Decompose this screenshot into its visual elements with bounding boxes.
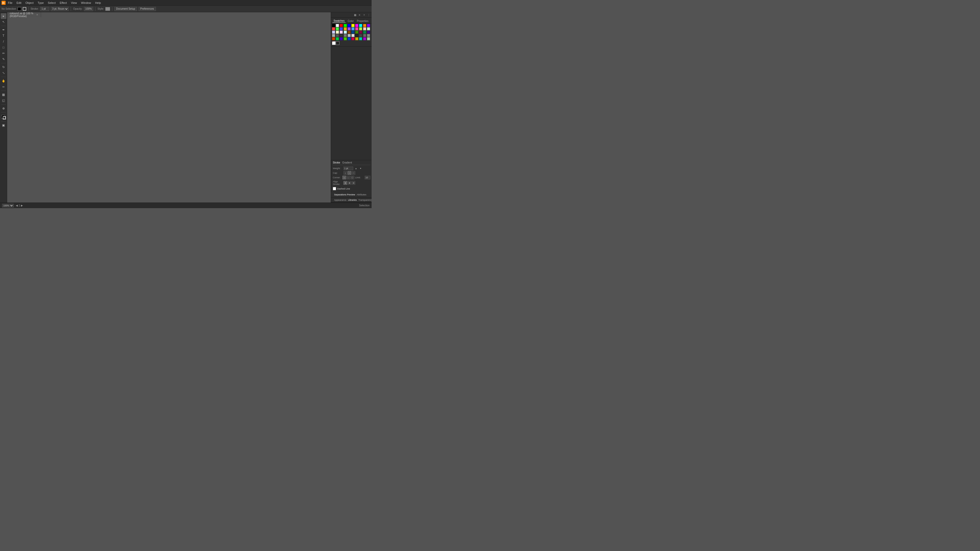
fill-swatch[interactable] <box>18 7 21 11</box>
swatch-color-31[interactable] <box>336 34 339 37</box>
menu-file[interactable]: File <box>6 1 14 5</box>
limit-input[interactable] <box>365 176 370 179</box>
swatch-color-14[interactable] <box>348 27 351 30</box>
pen-tool-button[interactable]: ✒ <box>1 27 6 33</box>
stroke-swatch[interactable] <box>23 7 26 11</box>
menu-select[interactable]: Select <box>46 1 57 5</box>
type-tool-button[interactable]: T <box>1 33 6 38</box>
scale-tool-button[interactable]: ⤡ <box>1 70 6 76</box>
cap-round-button[interactable]: ○ <box>348 171 351 175</box>
swatch-color-32[interactable] <box>340 34 343 37</box>
blend-tool-button[interactable]: ∞ <box>1 84 6 89</box>
swatch-color-42[interactable] <box>340 37 343 40</box>
swatch-color-11[interactable] <box>336 27 339 30</box>
weight-up-arrow[interactable]: ▲ <box>354 167 358 170</box>
swatch-color-15[interactable] <box>352 27 355 30</box>
gradient-tool-button[interactable]: ◱ <box>1 98 6 103</box>
zoom-tool-button[interactable]: ⊕ <box>1 106 6 111</box>
swatch-color-44[interactable] <box>348 37 351 40</box>
menu-edit[interactable]: Edit <box>15 1 23 5</box>
gradient-tab[interactable]: Gradient <box>342 161 352 164</box>
swatch-color-25[interactable] <box>352 30 355 34</box>
swatch-color-36[interactable] <box>355 34 358 37</box>
menu-window[interactable]: Window <box>80 1 93 5</box>
libraries-tab[interactable]: Libraries <box>348 199 357 201</box>
swatch-color-24[interactable] <box>348 30 351 34</box>
swatch-color-37[interactable] <box>359 34 362 37</box>
swatch-color-0[interactable] <box>332 24 335 27</box>
swatch-color-2[interactable] <box>340 24 343 27</box>
zoom-select[interactable]: 100% 50% 200% <box>2 204 14 207</box>
stroke-tab[interactable]: Stroke <box>333 161 340 164</box>
swatch-color-19[interactable] <box>367 27 370 30</box>
swatch-color-22[interactable] <box>340 30 343 34</box>
swatch-color-39[interactable] <box>367 34 370 37</box>
paintbrush-tool-button[interactable]: ✏ <box>1 51 6 56</box>
swatch-color-1[interactable] <box>336 24 339 27</box>
dashed-line-checkbox[interactable] <box>333 187 336 190</box>
swatch-color-33[interactable] <box>344 34 347 37</box>
panel-add-icon[interactable]: + <box>363 13 366 17</box>
tab-swatches[interactable]: Swatches <box>332 19 345 23</box>
swatch-color-49[interactable] <box>367 37 370 40</box>
stroke-style-select[interactable]: 3 pt. Round <box>51 7 68 11</box>
line-tool-button[interactable]: / <box>1 39 6 44</box>
panel-grid-icon[interactable]: ▦ <box>353 13 357 17</box>
swatch-color-30[interactable] <box>332 34 335 37</box>
swatch-color-7[interactable] <box>359 24 362 27</box>
corner-bevel-button[interactable]: ⬡ <box>351 176 354 179</box>
swatch-color-3[interactable] <box>344 24 347 27</box>
appearance-tab[interactable]: Appearance <box>334 199 347 201</box>
swatch-color-9[interactable] <box>367 24 370 27</box>
swatch-color-17[interactable] <box>359 27 362 30</box>
weight-down-arrow[interactable]: ▼ <box>359 167 363 170</box>
direct-select-tool-button[interactable]: ↖ <box>1 19 6 25</box>
registration-swatch[interactable] <box>336 41 339 45</box>
transparency-tab[interactable]: Transparency <box>358 199 372 201</box>
swatch-color-48[interactable] <box>363 37 366 40</box>
tab-color[interactable]: Color <box>347 19 355 23</box>
swatch-color-16[interactable] <box>355 27 358 30</box>
eyedropper-tool-button[interactable]: 🖕 <box>1 78 6 84</box>
swatch-color-27[interactable] <box>359 30 362 34</box>
menu-view[interactable]: View <box>69 1 79 5</box>
graph-tool-button[interactable]: ▦ <box>1 92 6 97</box>
rotate-tool-button[interactable]: ↻ <box>1 64 6 70</box>
swatch-color-45[interactable] <box>352 37 355 40</box>
next-page-button[interactable]: ▶ <box>21 204 23 207</box>
swatch-color-26[interactable] <box>355 30 358 34</box>
corner-miter-button[interactable]: ◇ <box>342 176 346 179</box>
swatch-color-47[interactable] <box>359 37 362 40</box>
swatch-color-8[interactable] <box>363 24 366 27</box>
swatch-color-43[interactable] <box>344 37 347 40</box>
select-tool-button[interactable]: ▸ <box>1 13 6 19</box>
swatch-color-28[interactable] <box>363 30 366 34</box>
swatch-color-18[interactable] <box>363 27 366 30</box>
swatch-color-29[interactable] <box>367 30 370 34</box>
opacity-input[interactable] <box>84 7 93 11</box>
menu-effect[interactable]: Effect <box>58 1 68 5</box>
tab-close-button[interactable]: ✕ <box>36 14 38 16</box>
document-tab[interactable]: colours1.ai @ 100 % (RGB/Preview) ✕ <box>7 12 41 17</box>
stroke-indicator[interactable] <box>3 116 6 119</box>
swatch-color-41[interactable] <box>336 37 339 40</box>
swatch-color-13[interactable] <box>344 27 347 30</box>
swatch-color-40[interactable] <box>332 37 335 40</box>
cap-square-button[interactable]: □ <box>352 171 355 175</box>
menu-object[interactable]: Object <box>24 1 35 5</box>
swatch-color-5[interactable] <box>352 24 355 27</box>
align-outside-button[interactable]: ⊟ <box>352 181 355 185</box>
prev-page-button[interactable]: ◀ <box>16 204 18 207</box>
swatch-color-23[interactable] <box>344 30 347 34</box>
weight-input[interactable] <box>344 167 353 170</box>
swatch-color-6[interactable] <box>355 24 358 27</box>
tab-properties[interactable]: Properties <box>356 19 369 23</box>
document-setup-button[interactable]: Document Setup <box>115 7 137 11</box>
swatch-color-46[interactable] <box>355 37 358 40</box>
panel-list-icon[interactable]: ≡ <box>358 13 361 17</box>
pencil-tool-button[interactable]: ✎ <box>1 56 6 62</box>
rect-tool-button[interactable]: □ <box>1 44 6 50</box>
separations-tab[interactable]: Separations Preview <box>334 193 355 196</box>
stroke-value-input[interactable] <box>40 7 49 11</box>
swatch-color-4[interactable] <box>348 24 351 27</box>
